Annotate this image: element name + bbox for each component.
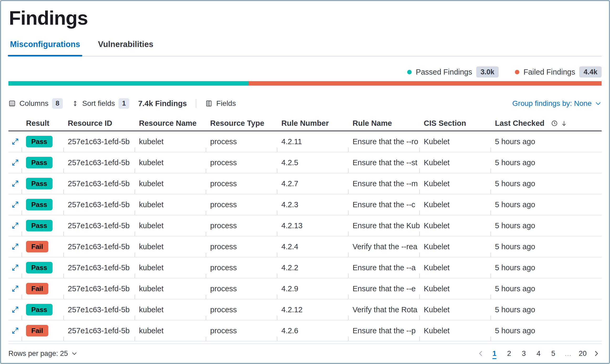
header-rule-name[interactable]: Rule Name bbox=[348, 116, 420, 131]
table-row: Pass 257e1c63-1efd-5b kubelet process 4.… bbox=[8, 131, 602, 152]
pagination-page-5[interactable]: 5 bbox=[547, 347, 560, 360]
header-resource-type[interactable]: Resource Type bbox=[206, 116, 277, 131]
resource-name-cell: kubelet bbox=[135, 194, 206, 215]
rows-per-page-button[interactable]: Rows per page: 25 bbox=[8, 350, 77, 358]
resource-id-cell: 257e1c63-1efd-5b bbox=[64, 236, 135, 257]
expand-row-button[interactable] bbox=[11, 159, 19, 167]
passed-findings-count-badge: 3.0k bbox=[476, 66, 499, 77]
cis-section-cell: Kubelet bbox=[420, 257, 491, 278]
cis-section-cell: Kubelet bbox=[420, 173, 491, 194]
expand-row-button[interactable] bbox=[11, 306, 19, 314]
rule-number-cell: 4.2.9 bbox=[277, 278, 348, 299]
expand-row-button[interactable] bbox=[11, 180, 19, 188]
rule-name-cell: Ensure that the --c bbox=[348, 194, 420, 215]
cis-section-cell: Kubelet bbox=[420, 299, 491, 320]
findings-distribution-bar bbox=[8, 81, 602, 86]
chevron-down-icon bbox=[71, 350, 77, 357]
sort-fields-label: Sort fields bbox=[82, 99, 115, 108]
table-row: Pass 257e1c63-1efd-5b kubelet process 4.… bbox=[8, 194, 602, 215]
table-row: Pass 257e1c63-1efd-5b kubelet process 4.… bbox=[8, 152, 602, 173]
expand-diagonal-icon bbox=[11, 306, 19, 314]
chevron-right-icon bbox=[593, 350, 600, 357]
result-badge: Pass bbox=[26, 157, 53, 169]
expand-diagonal-icon bbox=[11, 327, 19, 335]
resource-type-cell: process bbox=[206, 236, 277, 257]
expand-row-button[interactable] bbox=[11, 201, 19, 209]
next-page-button[interactable] bbox=[591, 350, 602, 357]
tabs: Misconfigurations Vulnerabilities bbox=[8, 39, 602, 56]
expand-diagonal-icon bbox=[11, 138, 19, 145]
findings-window: Findings Misconfigurations Vulnerabiliti… bbox=[0, 0, 610, 364]
expand-row-button[interactable] bbox=[11, 285, 19, 293]
resource-name-cell: kubelet bbox=[135, 215, 206, 236]
result-badge: Fail bbox=[26, 325, 48, 337]
resource-name-cell: kubelet bbox=[135, 278, 206, 299]
rule-name-cell: Verify that the Rota bbox=[348, 299, 420, 320]
last-checked-cell: 5 hours ago bbox=[491, 194, 602, 215]
cis-section-cell: Kubelet bbox=[420, 320, 491, 341]
sort-up-down-icon bbox=[72, 100, 79, 107]
fields-button[interactable]: Fields bbox=[205, 99, 236, 108]
expand-row-button[interactable] bbox=[11, 327, 19, 335]
clock-icon bbox=[551, 120, 558, 127]
passed-findings-legend-item: Passed Findings 3.0k bbox=[407, 66, 499, 77]
header-resource-name[interactable]: Resource Name bbox=[135, 116, 206, 131]
expand-diagonal-icon bbox=[11, 264, 19, 272]
tab-vulnerabilities[interactable]: Vulnerabilities bbox=[97, 39, 154, 56]
rule-number-cell: 4.2.2 bbox=[277, 257, 348, 278]
resource-type-cell: process bbox=[206, 257, 277, 278]
findings-count-label: 7.4k Findings bbox=[138, 99, 187, 108]
pagination-pages: 12345…20 bbox=[488, 347, 589, 360]
pagination-page-1[interactable]: 1 bbox=[488, 347, 501, 360]
expand-row-button[interactable] bbox=[11, 222, 19, 230]
rows-per-page-label: Rows per page: 25 bbox=[8, 350, 68, 358]
sort-fields-count-badge: 1 bbox=[118, 98, 129, 109]
resource-name-cell: kubelet bbox=[135, 257, 206, 278]
expand-row-button[interactable] bbox=[11, 138, 19, 145]
last-checked-cell: 5 hours ago bbox=[491, 320, 602, 341]
sort-fields-button[interactable]: Sort fields 1 bbox=[72, 98, 129, 109]
header-rule-number[interactable]: Rule Number bbox=[277, 116, 348, 131]
header-result[interactable]: Result bbox=[22, 116, 64, 131]
expand-row-button[interactable] bbox=[11, 264, 19, 272]
expand-diagonal-icon bbox=[11, 243, 19, 251]
result-badge: Pass bbox=[26, 178, 53, 190]
pagination-page-20[interactable]: 20 bbox=[576, 347, 589, 360]
resource-name-cell: kubelet bbox=[135, 152, 206, 173]
resource-id-cell: 257e1c63-1efd-5b bbox=[64, 257, 135, 278]
distribution-bar-passed bbox=[8, 81, 249, 86]
result-badge: Pass bbox=[26, 262, 53, 274]
page-title: Findings bbox=[9, 7, 602, 29]
resource-id-cell: 257e1c63-1efd-5b bbox=[64, 215, 135, 236]
rule-name-cell: Ensure that the --p bbox=[348, 320, 420, 341]
table-row: Fail 257e1c63-1efd-5b kubelet process 4.… bbox=[8, 278, 602, 299]
header-resource-id[interactable]: Resource ID bbox=[64, 116, 135, 131]
result-badge: Fail bbox=[26, 241, 48, 253]
tab-misconfigurations[interactable]: Misconfigurations bbox=[9, 39, 81, 56]
group-findings-by-button[interactable]: Group findings by: None bbox=[512, 99, 602, 108]
columns-label: Columns bbox=[19, 99, 48, 108]
resource-type-cell: process bbox=[206, 215, 277, 236]
failed-findings-label: Failed Findings bbox=[524, 68, 575, 76]
pagination-page-2[interactable]: 2 bbox=[503, 347, 515, 360]
rule-name-cell: Verify that the --rea bbox=[348, 236, 420, 257]
resource-name-cell: kubelet bbox=[135, 299, 206, 320]
columns-button[interactable]: Columns 8 bbox=[8, 98, 63, 109]
table-body: Pass 257e1c63-1efd-5b kubelet process 4.… bbox=[8, 131, 602, 341]
resource-id-cell: 257e1c63-1efd-5b bbox=[64, 299, 135, 320]
resource-id-cell: 257e1c63-1efd-5b bbox=[64, 194, 135, 215]
expand-row-button[interactable] bbox=[11, 243, 19, 251]
failed-findings-count-badge: 4.4k bbox=[579, 66, 602, 77]
header-last-checked[interactable]: Last Checked bbox=[491, 116, 602, 131]
last-checked-cell: 5 hours ago bbox=[491, 131, 602, 152]
header-cis-section[interactable]: CIS Section bbox=[420, 116, 491, 131]
rule-number-cell: 4.2.6 bbox=[277, 320, 348, 341]
rule-number-cell: 4.2.11 bbox=[277, 131, 348, 152]
rule-number-cell: 4.2.3 bbox=[277, 194, 348, 215]
pagination-page-3[interactable]: 3 bbox=[518, 347, 530, 360]
fields-list-icon bbox=[205, 100, 213, 107]
result-badge: Pass bbox=[26, 199, 53, 211]
rule-name-cell: Ensure that the --m bbox=[348, 173, 420, 194]
pagination-page-4[interactable]: 4 bbox=[532, 347, 545, 360]
previous-page-button[interactable] bbox=[475, 350, 486, 357]
